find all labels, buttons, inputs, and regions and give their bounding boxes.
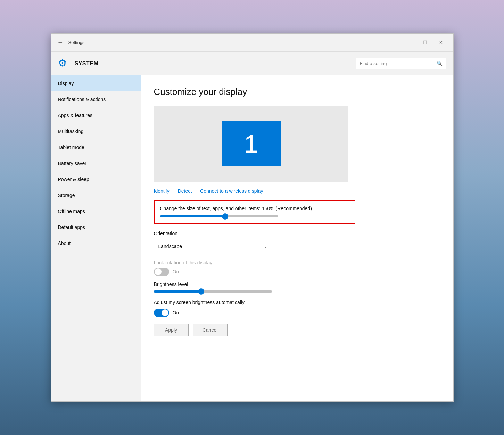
search-box[interactable]: 🔍 [356, 58, 446, 69]
auto-brightness-toggle-label: On [173, 310, 179, 315]
sidebar-item-default-apps[interactable]: Default apps [51, 219, 141, 235]
brightness-slider-track[interactable] [154, 290, 272, 293]
sidebar-item-battery[interactable]: Battery saver [51, 155, 141, 171]
sidebar: Display Notifications & actions Apps & f… [51, 75, 141, 401]
detect-link[interactable]: Detect [178, 188, 192, 194]
orientation-dropdown[interactable]: Landscape ⌄ [154, 240, 272, 253]
auto-brightness-toggle-row: On [154, 309, 355, 317]
brightness-title: Brightness level [154, 281, 355, 287]
scale-slider-thumb[interactable] [222, 213, 228, 220]
system-title: SYSTEM [75, 60, 99, 67]
apply-button[interactable]: Apply [154, 324, 189, 336]
system-icon: ⚙ [58, 57, 71, 70]
auto-brightness-toggle-knob [162, 309, 168, 316]
brightness-section: Brightness level [154, 281, 355, 293]
action-buttons: Apply Cancel [154, 324, 441, 336]
identify-link[interactable]: Identify [154, 188, 170, 194]
auto-brightness-toggle[interactable] [154, 309, 169, 317]
sidebar-item-apps[interactable]: Apps & features [51, 107, 141, 123]
settings-window: ← Settings — ❐ ✕ ⚙ SYSTEM 🔍 Display Noti… [51, 33, 454, 402]
sidebar-item-storage[interactable]: Storage [51, 187, 141, 203]
monitor-box: 1 [222, 121, 281, 166]
sidebar-item-about[interactable]: About [51, 235, 141, 251]
scale-section: Change the size of text, apps, and other… [154, 200, 355, 224]
lock-toggle-row: On [154, 268, 355, 276]
sidebar-item-display[interactable]: Display [51, 75, 141, 91]
scale-label: Change the size of text, apps, and other… [160, 206, 349, 211]
search-input[interactable] [360, 61, 437, 66]
lock-rotation-title: Lock rotation of this display [154, 260, 355, 265]
lock-rotation-toggle[interactable] [154, 268, 169, 276]
page-title: Customize your display [154, 87, 441, 97]
brightness-slider-thumb[interactable] [198, 288, 204, 295]
sidebar-item-multitasking[interactable]: Multitasking [51, 123, 141, 139]
title-bar: ← Settings — ❐ ✕ [51, 34, 453, 52]
auto-brightness-title: Adjust my screen brightness automaticall… [154, 299, 355, 305]
maximize-button[interactable]: ❐ [417, 37, 433, 48]
window-title: Settings [68, 40, 85, 45]
lock-toggle-knob [155, 268, 162, 275]
monitor-number: 1 [244, 130, 258, 158]
scale-slider-fill [160, 215, 225, 218]
main-panel: Customize your display 1 Identify Detect… [141, 75, 453, 401]
orientation-title: Orientation [154, 231, 355, 236]
lock-rotation-section: Lock rotation of this display On [154, 260, 355, 276]
sidebar-item-offline-maps[interactable]: Offline maps [51, 203, 141, 219]
sidebar-item-power[interactable]: Power & sleep [51, 171, 141, 187]
sidebar-item-tablet[interactable]: Tablet mode [51, 139, 141, 155]
close-button[interactable]: ✕ [433, 37, 449, 48]
scale-slider-track[interactable] [160, 215, 278, 218]
brightness-slider-fill [154, 290, 201, 293]
header-bar: ⚙ SYSTEM 🔍 [51, 52, 453, 75]
lock-toggle-label: On [173, 269, 179, 274]
search-icon: 🔍 [437, 61, 443, 66]
orientation-section: Orientation Landscape ⌄ [154, 231, 355, 253]
minimize-button[interactable]: — [401, 37, 417, 48]
auto-brightness-section: Adjust my screen brightness automaticall… [154, 299, 355, 317]
content-area: Display Notifications & actions Apps & f… [51, 75, 453, 401]
display-preview: 1 [154, 106, 348, 182]
orientation-value: Landscape [158, 244, 182, 249]
display-links: Identify Detect Connect to a wireless di… [154, 188, 441, 194]
connect-wireless-link[interactable]: Connect to a wireless display [200, 188, 263, 194]
cancel-button[interactable]: Cancel [193, 324, 228, 336]
window-controls: — ❐ ✕ [401, 37, 449, 48]
back-button[interactable]: ← [55, 38, 66, 48]
chevron-down-icon: ⌄ [264, 244, 267, 249]
sidebar-item-notifications[interactable]: Notifications & actions [51, 91, 141, 107]
